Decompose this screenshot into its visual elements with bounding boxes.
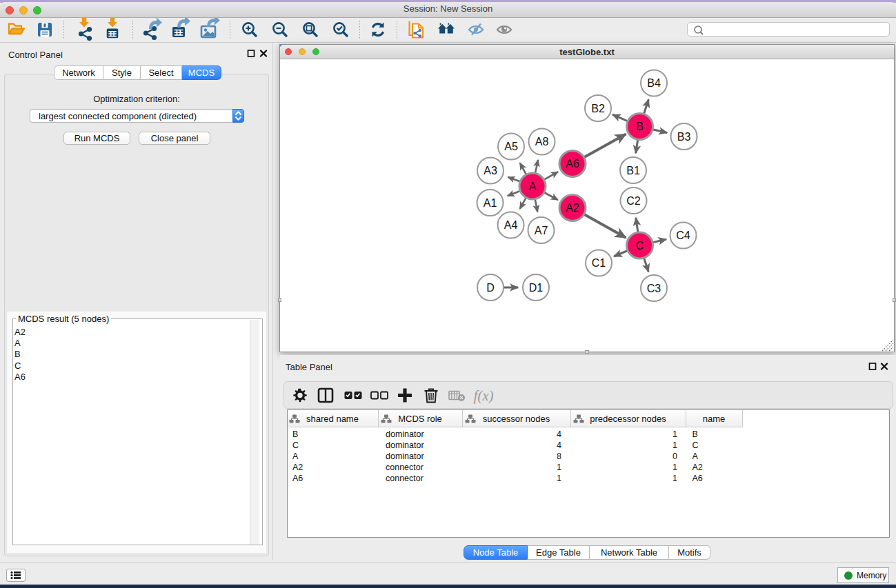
svg-text:A4: A4 [504, 219, 518, 231]
svg-text:C4: C4 [676, 230, 690, 241]
svg-text:B2: B2 [591, 103, 605, 114]
svg-text:A1: A1 [484, 197, 497, 209]
svg-text:A3: A3 [484, 165, 497, 176]
svg-text:A8: A8 [535, 136, 549, 148]
svg-text:C2: C2 [626, 195, 641, 207]
svg-text:D1: D1 [529, 282, 544, 294]
svg-text:D: D [486, 282, 495, 294]
svg-text:C3: C3 [647, 283, 661, 294]
svg-text:A: A [529, 181, 537, 192]
svg-text:B4: B4 [647, 77, 661, 89]
svg-text:B: B [636, 121, 644, 132]
svg-text:B1: B1 [626, 165, 640, 176]
svg-text:A6: A6 [566, 158, 579, 170]
svg-text:A7: A7 [535, 225, 548, 236]
svg-text:A2: A2 [566, 202, 579, 214]
svg-text:f(x): f(x) [473, 387, 493, 404]
svg-text:C1: C1 [592, 257, 606, 269]
svg-text:C: C [636, 240, 644, 252]
svg-text:B3: B3 [677, 131, 691, 143]
svg-text:A5: A5 [504, 141, 518, 152]
